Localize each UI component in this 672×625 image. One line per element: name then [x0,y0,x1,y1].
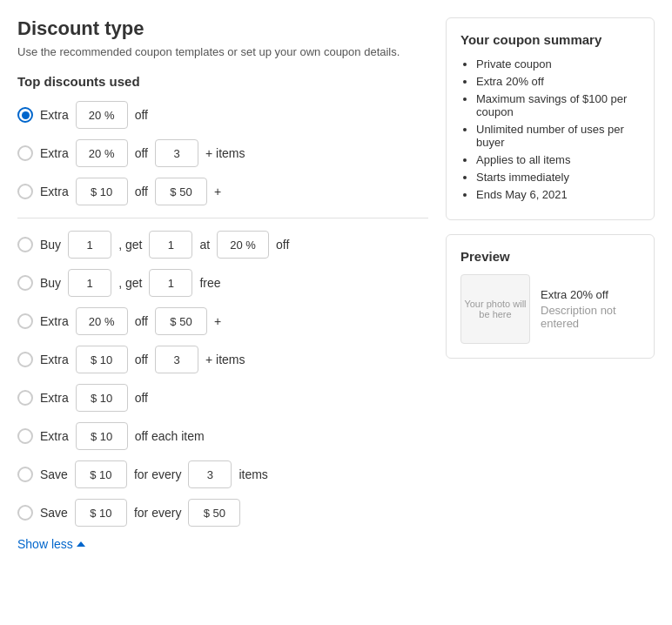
preview-photo: Your photo will be here [460,274,530,344]
row-label: Buy [40,238,61,252]
row-label: Extra [40,314,69,328]
row-label: off [276,238,289,252]
summary-list-item: Ends May 6, 2021 [476,188,640,201]
radio-button[interactable] [17,505,33,521]
row-label: items [239,467,267,481]
radio-button[interactable] [17,184,33,199]
left-panel: Discount type Use the recommended coupon… [17,17,428,551]
row-input[interactable]: $ 10 [76,422,128,450]
summary-title: Your coupon summary [460,32,640,47]
row-label: Buy [40,276,61,290]
row-label: Extra [40,108,69,122]
radio-button[interactable] [17,467,33,482]
show-less-label: Show less [17,537,73,551]
discount-row[interactable]: Extra$ 10off each item [17,422,428,450]
row-label: off [135,108,148,122]
radio-button[interactable] [17,428,33,444]
discount-row[interactable]: Extra$ 10off$ 50+ [17,178,428,205]
row-label: at [199,238,210,252]
summary-list-item: Starts immediately [476,171,640,184]
discount-rows-container: Extra20 %offExtra20 %off3+ itemsExtra$ 1… [17,101,428,527]
summary-list-item: Extra 20% off [476,75,640,88]
row-label: off [135,185,148,198]
row-label: off [135,353,148,366]
discount-row[interactable]: Buy1, get1at20 %off [17,231,428,259]
row-label: Extra [40,353,69,366]
chevron-up-icon [77,541,85,547]
row-input[interactable]: 20 % [76,101,128,129]
section-title-top-discounts: Top discounts used [17,74,428,89]
row-input[interactable]: 20 % [76,307,128,335]
row-label: , get [118,238,142,252]
row-label: Save [40,467,68,481]
radio-button[interactable] [17,352,33,367]
row-label: Extra [40,146,69,160]
row-label: free [199,276,220,290]
radio-button[interactable] [17,275,33,291]
row-label: + items [205,146,245,160]
discount-row[interactable]: Extra20 %off$ 50+ [17,307,428,335]
row-label: + [214,314,221,328]
summary-list-item: Applies to all items [476,153,640,166]
radio-button[interactable] [17,107,33,123]
discount-row[interactable]: Save$ 10for every3items [17,460,428,488]
row-input[interactable]: 3 [188,460,232,488]
summary-list: Private couponExtra 20% offMaximum savin… [460,57,640,201]
summary-list-item: Private coupon [476,57,640,71]
preview-card: Preview Your photo will be here Extra 20… [446,234,655,359]
page-subtitle: Use the recommended coupon templates or … [17,45,428,58]
row-label: Extra [40,391,69,405]
row-input[interactable]: $ 10 [76,346,128,373]
discount-row[interactable]: Extra20 %off3+ items [17,139,428,167]
row-label: + items [205,353,245,366]
row-label: off each item [135,429,205,443]
summary-card: Your coupon summary Private couponExtra … [446,17,655,220]
discount-row[interactable]: Extra$ 10off3+ items [17,346,428,373]
row-input[interactable]: $ 10 [75,499,127,527]
radio-button[interactable] [17,145,33,161]
row-input[interactable]: 3 [155,139,198,167]
row-label: + [214,185,221,198]
preview-content: Your photo will be here Extra 20% off De… [460,274,640,344]
summary-list-item: Unlimited number of uses per buyer [476,123,640,149]
row-label: , get [118,276,142,290]
right-panel: Your coupon summary Private couponExtra … [446,17,655,551]
row-input[interactable]: $ 50 [155,178,207,205]
show-less-button[interactable]: Show less [17,537,428,551]
discount-row[interactable]: Extra$ 10off [17,384,428,412]
row-input[interactable]: 1 [68,231,111,259]
row-label: Save [40,506,68,520]
radio-button[interactable] [17,313,33,329]
row-input[interactable]: 3 [155,346,198,373]
row-label: Extra [40,429,69,443]
page-title: Discount type [17,17,428,40]
preview-description: Description not entered [541,304,640,330]
discount-section-divider [17,218,428,218]
row-label: for every [134,467,181,481]
row-label: Extra [40,185,69,198]
discount-row[interactable]: Buy1, get1free [17,269,428,297]
row-input[interactable]: $ 50 [188,499,240,527]
row-label: off [135,146,148,160]
row-label: off [135,314,148,328]
preview-discount-name: Extra 20% off [541,288,640,301]
row-input[interactable]: 20 % [217,231,269,259]
row-input[interactable]: $ 10 [75,460,127,488]
radio-button[interactable] [17,237,33,252]
row-input[interactable]: $ 10 [76,178,128,205]
row-input[interactable]: 1 [68,269,111,297]
row-label: for every [134,506,181,520]
summary-list-item: Maximum savings of $100 per coupon [476,92,640,118]
discount-row[interactable]: Extra20 %off [17,101,428,129]
preview-info: Extra 20% off Description not entered [541,288,640,330]
row-input[interactable]: $ 10 [76,384,128,412]
row-label: off [135,391,148,405]
row-input[interactable]: 1 [149,231,192,259]
row-input[interactable]: 20 % [76,139,128,167]
row-input[interactable]: $ 50 [155,307,207,335]
radio-button[interactable] [17,390,33,406]
preview-title: Preview [460,249,640,264]
row-input[interactable]: 1 [149,269,192,297]
discount-row[interactable]: Save$ 10for every$ 50 [17,499,428,527]
